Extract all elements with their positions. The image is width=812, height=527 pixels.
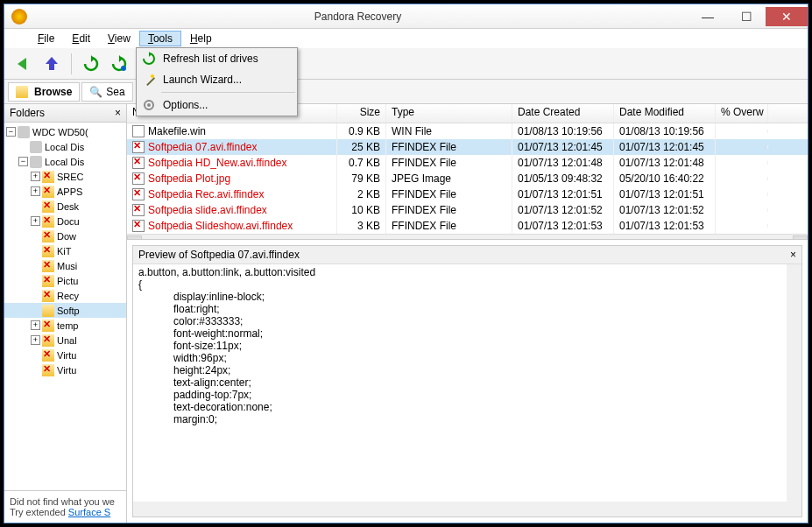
file-size: 2 KB [337, 186, 386, 202]
svg-point-4 [121, 66, 126, 71]
col-size[interactable]: Size [337, 104, 386, 123]
tree-item[interactable]: +SREC [4, 169, 126, 184]
tree-label: Local Dis [45, 157, 84, 167]
tree-item[interactable]: −Local Dis [4, 154, 126, 169]
file-date-created: 01/05/13 09:48:32 [512, 171, 614, 186]
menu-launch-wizard[interactable]: Launch Wizard... [137, 69, 297, 90]
file-row[interactable]: Softpedia Slideshow.avi.ffindex3 KBFFIND… [127, 218, 808, 234]
menu-tools[interactable]: Tools [139, 31, 181, 46]
close-icon[interactable]: × [790, 249, 796, 261]
file-date-modified: 01/08/13 10:19:56 [614, 123, 716, 139]
tree-item[interactable]: Pictu [4, 273, 126, 288]
tree-label: Virtu [57, 365, 76, 376]
app-window: Pandora Recovery — ☐ ✕ FileEditViewTools… [4, 4, 808, 523]
tree-item[interactable]: −WDC WD50( [4, 124, 126, 139]
tree-label: Dow [57, 231, 76, 242]
wizard-icon [142, 73, 156, 87]
expander-icon[interactable]: + [31, 172, 40, 181]
file-row[interactable]: Makefile.win0.9 KBWIN File01/08/13 10:19… [127, 123, 808, 139]
back-button[interactable] [11, 52, 36, 76]
menu-edit[interactable]: Edit [63, 31, 99, 46]
refresh-button[interactable] [79, 52, 103, 76]
sidebar-header: Folders × [4, 104, 126, 123]
tree-label: Unal [57, 335, 77, 346]
sidebar: Folders × −WDC WD50(Local Dis−Local Dis+… [4, 104, 127, 523]
tab-browse[interactable]: Browse [8, 82, 80, 102]
tree-label: Musi [57, 261, 77, 271]
file-date-modified: 05/20/10 16:40:22 [614, 171, 716, 186]
refresh-all-button[interactable] [107, 52, 131, 76]
menu-refresh-drives[interactable]: Refresh list of drives [137, 48, 297, 69]
tree-label: Virtu [57, 350, 76, 361]
app-icon [11, 9, 27, 25]
tree-item[interactable]: Desk [4, 199, 126, 214]
expander-icon[interactable]: + [31, 320, 40, 330]
file-type: FFINDEX File [386, 218, 512, 234]
file-row[interactable]: Softpedia HD_New.avi.ffindex0.7 KBFFINDE… [127, 155, 808, 171]
surface-scan-link[interactable]: Surface S [68, 507, 110, 517]
deleted-folder-icon [42, 334, 54, 347]
file-type: FFINDEX File [386, 202, 512, 218]
menu-view[interactable]: View [99, 31, 139, 46]
tree-item[interactable]: Softp [4, 303, 126, 318]
deleted-folder-icon [42, 230, 54, 242]
file-row[interactable]: Softpedia Rec.avi.ffindex2 KBFFINDEX Fil… [127, 186, 808, 202]
file-date-created: 01/08/13 10:19:56 [512, 123, 614, 139]
expander-icon[interactable]: + [31, 186, 40, 196]
col-date-created[interactable]: Date Created [512, 104, 614, 123]
deleted-folder-icon [42, 171, 54, 183]
titlebar[interactable]: Pandora Recovery — ☐ ✕ [4, 4, 808, 29]
file-icon [132, 172, 145, 185]
drive-icon [30, 156, 42, 168]
expander-icon[interactable]: + [31, 216, 40, 226]
file-name: Softpedia Slideshow.avi.ffindex [148, 220, 293, 232]
expander-icon[interactable]: − [18, 157, 28, 166]
close-button[interactable]: ✕ [766, 7, 808, 26]
expander-icon[interactable]: + [31, 335, 40, 345]
tree-item[interactable]: Recy [4, 288, 126, 303]
tree-item[interactable]: Local Dis [4, 139, 126, 154]
horizontal-scrollbar[interactable]: ◄ ► [127, 234, 808, 240]
up-button[interactable] [39, 52, 64, 76]
menu-options[interactable]: Options... [137, 95, 297, 116]
file-name: Softpedia 07.avi.ffindex [148, 141, 258, 153]
tree-label: Desk [57, 201, 79, 212]
file-date-modified: 01/07/13 12:01:53 [614, 218, 716, 234]
col-type[interactable]: Type [386, 104, 512, 123]
file-row[interactable]: Softpedia 07.avi.ffindex25 KBFFINDEX Fil… [127, 139, 808, 155]
menu-item-label: Options... [163, 99, 208, 111]
col-overwritten[interactable]: % Overw [716, 104, 768, 123]
tree-item[interactable]: +Unal [4, 333, 126, 348]
minimize-button[interactable]: — [688, 7, 727, 26]
file-row[interactable]: Softpedia slide.avi.ffindex10 KBFFINDEX … [127, 202, 808, 218]
folder-tree[interactable]: −WDC WD50(Local Dis−Local Dis+SREC+APPSD… [4, 123, 126, 490]
file-type: FFINDEX File [386, 139, 512, 155]
file-type: FFINDEX File [386, 155, 512, 171]
file-date-created: 01/07/13 12:01:53 [512, 218, 614, 234]
scroll-right-icon[interactable]: ► [793, 235, 808, 241]
tree-item[interactable]: Virtu [4, 362, 126, 377]
file-date-modified: 01/07/13 12:01:52 [614, 202, 716, 218]
col-date-modified[interactable]: Date Modified [614, 104, 716, 123]
close-icon[interactable]: × [115, 107, 121, 119]
preview-content[interactable]: a.button, a.button:link, a.button:visite… [133, 264, 801, 516]
tree-item[interactable]: +Docu [4, 214, 126, 228]
tree-item[interactable]: Musi [4, 258, 126, 273]
tree-item[interactable]: Dow [4, 228, 126, 243]
tab-search[interactable]: 🔍 Sea [81, 82, 132, 102]
tree-item[interactable]: Virtu [4, 348, 126, 362]
file-date-created: 01/07/13 12:01:45 [512, 139, 614, 155]
tree-item[interactable]: KiT [4, 243, 126, 258]
scroll-left-icon[interactable]: ◄ [127, 235, 142, 241]
expander-icon[interactable]: − [6, 127, 16, 137]
file-name: Softpedia Rec.avi.ffindex [148, 188, 265, 200]
maximize-button[interactable]: ☐ [727, 7, 766, 26]
file-row[interactable]: Softpedia Plot.jpg79 KBJPEG Image01/05/1… [127, 171, 808, 186]
menu-help[interactable]: Help [181, 31, 221, 46]
sidebar-footer: Did not find what you we Try extended Su… [4, 490, 126, 523]
tree-item[interactable]: +temp [4, 318, 126, 333]
tab-label: Browse [34, 86, 72, 98]
menu-file[interactable]: File [29, 31, 63, 46]
file-size: 3 KB [337, 218, 386, 234]
tree-item[interactable]: +APPS [4, 184, 126, 199]
